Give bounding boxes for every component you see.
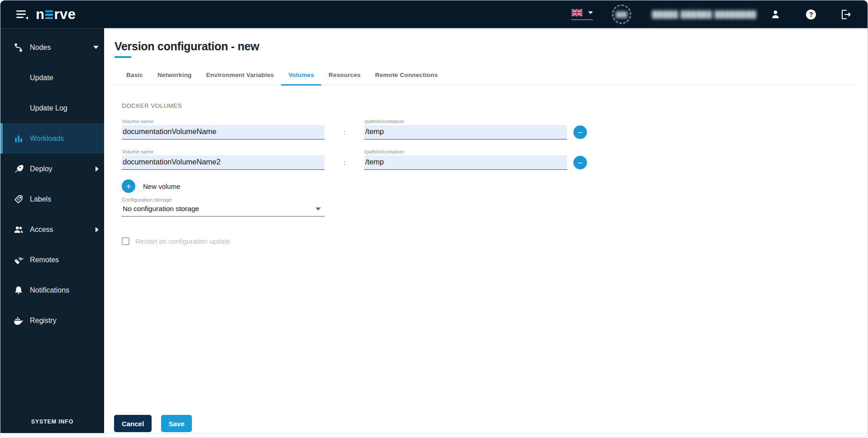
new-volume-button[interactable]: + New volume [122, 179, 181, 193]
sidebar-item-update-log[interactable]: Update Log [0, 93, 104, 123]
configuration-storage-value: No configuration storage [123, 205, 199, 213]
user-avatar[interactable]: ███ [612, 5, 631, 24]
tab-volumes[interactable]: Volumes [281, 72, 321, 85]
tab-bar: Basic Networking Environment Variables V… [114, 72, 855, 85]
container-path-label: /path/in/container [364, 149, 567, 154]
tab-basic[interactable]: Basic [119, 72, 150, 85]
sidebar-item-label: Notifications [30, 286, 69, 294]
section-title: DOCKER VOLUMES [122, 102, 855, 109]
configuration-storage-select[interactable]: No configuration storage [122, 203, 324, 217]
tab-networking[interactable]: Networking [150, 72, 199, 85]
tab-resources[interactable]: Resources [321, 72, 368, 85]
volume-name-input[interactable] [122, 125, 324, 140]
nerve-logo: n rve [36, 6, 76, 23]
volume-row: Volume name : /path/in/container − [122, 119, 855, 140]
configuration-storage-field: Configuration storage No configuration s… [122, 197, 855, 217]
app-body: Nodes Update Update Log Workloads [0, 28, 868, 433]
user-name: █████ ██████ ████████ [652, 10, 757, 18]
top-bar: n rve ███ █████ ██████ ████████ [0, 0, 868, 28]
sidebar-item-label: Update [30, 74, 53, 82]
container-path-input[interactable] [364, 125, 567, 140]
new-volume-label: New volume [143, 183, 181, 190]
sidebar-collapse-icon[interactable] [16, 9, 29, 20]
sidebar-item-label: Access [30, 226, 53, 234]
cancel-button[interactable]: Cancel [114, 415, 152, 432]
restart-checkbox[interactable] [122, 237, 129, 245]
colon-separator: : [324, 129, 364, 140]
logo-e-bars-icon [45, 10, 53, 19]
sidebar-item-nodes[interactable]: Nodes [0, 32, 104, 63]
avatar-initials: ███ [615, 11, 627, 18]
colon-separator: : [324, 159, 364, 170]
sidebar-item-label: Registry [30, 317, 57, 325]
language-selector[interactable] [572, 9, 593, 20]
title-accent-bar [114, 56, 131, 58]
restart-checkbox-label: Restart on configuration update [135, 237, 230, 245]
users-icon [13, 225, 24, 235]
logo-text-n: n [36, 6, 44, 23]
chevron-right-icon [95, 227, 99, 232]
user-profile-icon[interactable] [770, 9, 781, 19]
app-window: n rve ███ █████ ██████ ████████ [0, 0, 868, 438]
chevron-right-icon [95, 166, 99, 172]
sidebar-item-remotes[interactable]: Remotes [0, 245, 104, 275]
container-path-input[interactable] [364, 155, 567, 170]
bell-icon [13, 285, 24, 295]
sidebar-item-label: Deploy [30, 165, 52, 173]
volume-row: Volume name : /path/in/container − [122, 149, 855, 170]
docker-volumes-section: DOCKER VOLUMES Volume name : /path/in/co… [122, 102, 855, 245]
sidebar-item-label: Nodes [30, 43, 51, 52]
volume-name-label: Volume name [122, 149, 324, 154]
sidebar-item-update[interactable]: Update [0, 63, 104, 93]
deploy-rocket-icon [13, 164, 24, 174]
chevron-down-icon [315, 207, 321, 211]
tag-icon [13, 194, 24, 204]
sidebar-item-deploy[interactable]: Deploy [0, 154, 104, 184]
container-path-label: /path/in/container [364, 119, 567, 124]
plus-icon: + [122, 179, 135, 193]
main-content: Version configuration - new Basic Networ… [104, 28, 868, 433]
remove-volume-button[interactable]: − [573, 156, 587, 169]
sidebar: Nodes Update Update Log Workloads [0, 28, 104, 433]
docker-whale-icon [13, 316, 24, 326]
chevron-down-icon [93, 46, 99, 49]
sidebar-item-label: Remotes [30, 256, 59, 264]
sidebar-item-label: Workloads [30, 135, 64, 143]
sidebar-item-workloads[interactable]: Workloads [0, 123, 104, 154]
remote-control-icon [13, 255, 24, 265]
tab-remote-connections[interactable]: Remote Connections [368, 72, 445, 85]
page-title: Version configuration - new [114, 40, 855, 53]
sidebar-item-labels[interactable]: Labels [0, 184, 104, 214]
nodes-icon [13, 43, 24, 53]
configuration-storage-label: Configuration storage [122, 197, 855, 202]
tab-environment-variables[interactable]: Environment Variables [199, 72, 281, 85]
restart-checkbox-row: Restart on configuration update [122, 237, 855, 245]
chevron-down-icon [588, 11, 593, 14]
form-actions: Cancel Save [114, 415, 192, 432]
help-icon[interactable]: ? [806, 10, 816, 19]
volume-name-input[interactable] [122, 155, 324, 170]
logo-text-rve: rve [54, 6, 76, 23]
uk-flag-icon [572, 9, 582, 16]
save-button[interactable]: Save [161, 415, 192, 432]
logout-icon[interactable] [839, 9, 851, 20]
volume-name-label: Volume name [122, 119, 324, 124]
workloads-icon [13, 134, 24, 144]
sidebar-item-access[interactable]: Access [0, 214, 104, 245]
sidebar-item-registry[interactable]: Registry [0, 305, 104, 336]
remove-volume-button[interactable]: − [573, 125, 587, 139]
sidebar-item-notifications[interactable]: Notifications [0, 275, 104, 305]
sidebar-item-label: Labels [30, 195, 51, 203]
sidebar-item-label: Update Log [30, 104, 67, 112]
system-info-button[interactable]: SYSTEM INFO [0, 419, 104, 425]
